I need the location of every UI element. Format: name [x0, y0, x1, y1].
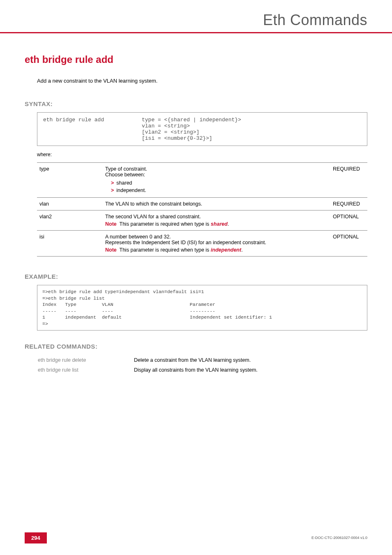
command-title: eth bridge rule add [25, 54, 367, 65]
note-em: shared [211, 221, 228, 227]
param-desc: The second VLAN for a shared constraint.… [103, 210, 330, 231]
bullet-item: >independent. [105, 187, 328, 194]
param-name: isi [37, 231, 103, 257]
note-text-b: . [228, 221, 229, 227]
related-cmd-name: eth bridge rule list [38, 367, 128, 373]
related-row: eth bridge rule list Display all constra… [38, 365, 263, 375]
chevron-icon: > [111, 187, 114, 193]
param-desc: Type of constraint. Choose between: >sha… [103, 163, 330, 198]
note-prefix: Note [105, 221, 117, 227]
related-desc: Display all constraints from the VLAN le… [134, 365, 263, 375]
example-box: =>eth bridge rule add type=independant v… [37, 285, 367, 331]
syntax-label: SYNTAX: [25, 100, 367, 107]
bullet-text: shared [116, 180, 132, 186]
param-name: vlan [37, 198, 103, 210]
related-cmd: eth bridge rule delete [38, 356, 133, 365]
bullet-item: >shared [105, 179, 328, 187]
param-desc-sub: Choose between: [105, 172, 328, 178]
param-note: Note This parameter is required when typ… [105, 247, 328, 253]
param-desc: A number between 0 and 32. Represents th… [103, 231, 330, 257]
header-title: Eth Commands [25, 12, 367, 29]
param-name: vlan2 [37, 210, 103, 231]
param-required: REQUIRED [330, 198, 367, 210]
param-desc-intro: Type of constraint. [105, 166, 328, 172]
related-commands-table: eth bridge rule delete Delete a constrai… [37, 355, 263, 375]
bullet-text: independent. [116, 187, 146, 193]
param-row-type: type Type of constraint. Choose between:… [37, 163, 367, 198]
related-label: RELATED COMMANDS: [25, 343, 367, 350]
note-text-a: This parameter is required when type is [120, 247, 211, 253]
param-bullets: >shared >independent. [105, 179, 328, 194]
params-table: type Type of constraint. Choose between:… [37, 162, 367, 257]
param-row-vlan: vlan The VLAN to which the constraint be… [37, 198, 367, 210]
param-row-vlan2: vlan2 The second VLAN for a shared const… [37, 210, 367, 231]
related-desc: Delete a constraint from the VLAN learni… [134, 356, 263, 365]
chevron-icon: > [111, 180, 114, 186]
param-required: OPTIONAL [330, 210, 367, 231]
syntax-args: type = <{shared | independent}> vlan = <… [142, 117, 361, 141]
command-description: Add a new constraint to the VLAN learnin… [37, 78, 367, 84]
related-row: eth bridge rule delete Delete a constrai… [38, 356, 263, 365]
where-label: where: [37, 152, 367, 157]
note-em: independent [211, 247, 241, 253]
param-required: OPTIONAL [330, 231, 367, 257]
param-desc-intro: The second VLAN for a shared constraint. [105, 214, 328, 220]
param-desc-intro: A number between 0 and 32. [105, 234, 328, 240]
param-row-isi: isi A number between 0 and 32. Represent… [37, 231, 367, 257]
note-text-a: This parameter is required when type is [120, 221, 211, 227]
note-text-b: . [241, 247, 242, 253]
syntax-command: eth bridge rule add [43, 117, 142, 141]
param-note: Note This parameter is required when typ… [105, 221, 328, 227]
syntax-box: eth bridge rule add type = <{shared | in… [37, 112, 367, 146]
page-content: eth bridge rule add Add a new constraint… [0, 33, 392, 375]
page-footer: 294 E-DOC-CTC-20061027-0004 v1.0 [0, 532, 392, 543]
example-label: EXAMPLE: [25, 273, 367, 280]
related-cmd: eth bridge rule list [38, 365, 133, 375]
param-name: type [37, 163, 103, 198]
related-cmd-name: eth bridge rule delete [38, 357, 128, 363]
note-prefix: Note [105, 247, 117, 253]
param-desc: The VLAN to which the constraint belongs… [103, 198, 330, 210]
doc-id: E-DOC-CTC-20061027-0004 v1.0 [311, 536, 367, 540]
param-required: REQUIRED [330, 163, 367, 198]
param-desc-sub: Represents the Independent Set ID (ISI) … [105, 240, 328, 245]
page-header: Eth Commands [0, 0, 392, 33]
page-number-badge: 294 [25, 532, 47, 543]
